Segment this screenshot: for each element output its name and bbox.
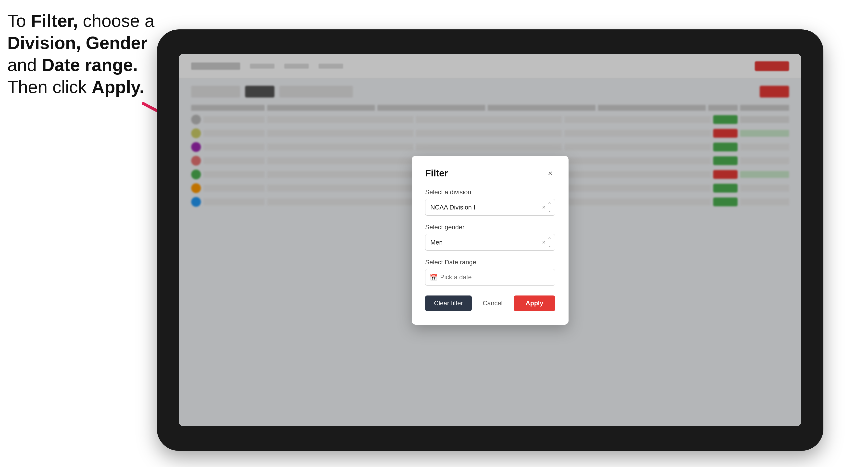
instruction-text: To Filter, choose a Division, Gender and… — [7, 10, 154, 98]
instruction-line4: Then click Apply. — [7, 77, 144, 97]
modal-close-button[interactable]: × — [545, 168, 555, 178]
modal-header: Filter × — [425, 168, 555, 179]
modal-title: Filter — [425, 168, 448, 179]
date-form-group: Select Date range 📅 — [425, 258, 555, 286]
gender-form-group: Select gender Men Women × ⌃⌄ — [425, 223, 555, 251]
cancel-button[interactable]: Cancel — [474, 295, 512, 311]
modal-overlay: Filter × Select a division NCAA Division… — [179, 54, 801, 426]
division-select[interactable]: NCAA Division I NCAA Division II NCAA Di… — [425, 199, 555, 216]
gender-select[interactable]: Men Women — [425, 234, 555, 251]
date-input[interactable] — [425, 269, 555, 286]
date-input-wrapper: 📅 — [425, 269, 555, 286]
tablet-frame: Filter × Select a division NCAA Division… — [157, 29, 824, 451]
division-form-group: Select a division NCAA Division I NCAA D… — [425, 188, 555, 216]
modal-footer: Clear filter Cancel Apply — [425, 295, 555, 311]
tablet-screen: Filter × Select a division NCAA Division… — [179, 54, 801, 426]
gender-label: Select gender — [425, 223, 555, 231]
division-select-wrapper: NCAA Division I NCAA Division II NCAA Di… — [425, 199, 555, 216]
division-label: Select a division — [425, 188, 555, 196]
apply-button[interactable]: Apply — [514, 295, 555, 311]
footer-right-buttons: Cancel Apply — [474, 295, 555, 311]
date-label: Select Date range — [425, 258, 555, 266]
gender-select-wrapper: Men Women × ⌃⌄ — [425, 234, 555, 251]
instruction-bold2: Division, Gender — [7, 33, 148, 53]
clear-filter-button[interactable]: Clear filter — [425, 295, 472, 311]
instruction-line1: To Filter, choose a — [7, 11, 154, 31]
instruction-line3: and Date range. — [7, 55, 138, 75]
filter-modal: Filter × Select a division NCAA Division… — [412, 156, 568, 325]
